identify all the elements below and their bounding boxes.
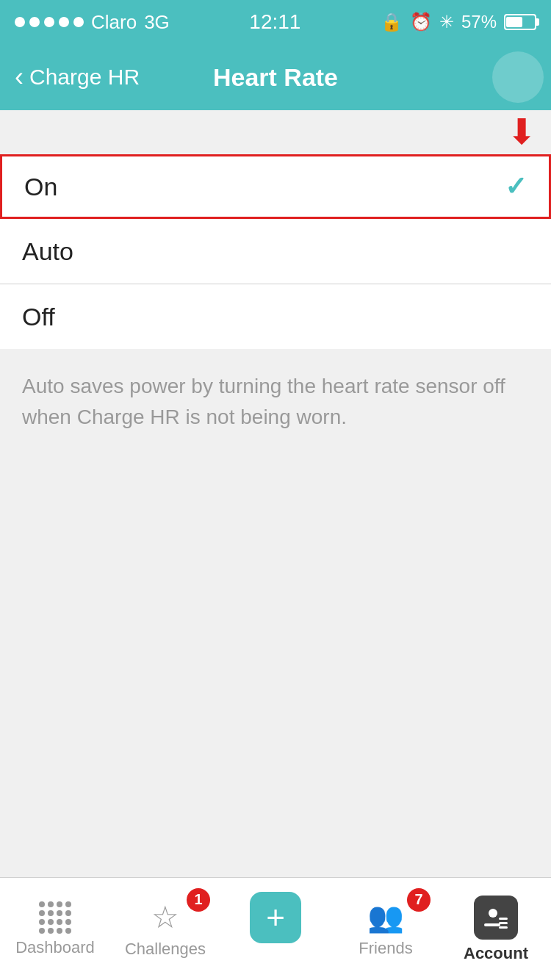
battery-icon bbox=[504, 14, 536, 30]
nav-bar: ‹ Charge HR Heart Rate bbox=[0, 44, 551, 110]
svg-rect-1 bbox=[484, 923, 500, 926]
status-bar: Claro 3G 12:11 🔒 ⏰ ✳ 57% bbox=[0, 0, 551, 44]
option-on[interactable]: On ✓ bbox=[0, 154, 551, 219]
back-chevron-icon: ‹ bbox=[15, 64, 24, 90]
svg-point-0 bbox=[489, 909, 497, 918]
battery-text: 57% bbox=[461, 12, 497, 32]
back-label: Charge HR bbox=[29, 65, 140, 90]
option-on-label: On bbox=[24, 173, 57, 201]
alarm-icon: ⏰ bbox=[410, 12, 432, 32]
account-icon bbox=[474, 896, 518, 940]
svg-rect-3 bbox=[499, 922, 508, 924]
option-off[interactable]: Off bbox=[0, 284, 551, 349]
challenges-icon: ☆ bbox=[151, 899, 179, 935]
friends-badge: 7 bbox=[407, 888, 431, 912]
signal-dots bbox=[15, 17, 84, 27]
status-right: 🔒 ⏰ ✳ 57% bbox=[381, 12, 536, 32]
checkmark-icon: ✓ bbox=[505, 171, 527, 202]
option-off-label: Off bbox=[22, 303, 55, 331]
description-text: Auto saves power by turning the heart ra… bbox=[22, 371, 529, 433]
tab-challenges-label: Challenges bbox=[125, 940, 206, 959]
avatar[interactable] bbox=[492, 51, 544, 103]
time-label: 12:11 bbox=[249, 10, 300, 34]
dashboard-icon bbox=[39, 901, 71, 934]
tab-bar: Dashboard 1 ☆ Challenges + Add 7 👥 Frien… bbox=[0, 877, 551, 980]
tab-challenges[interactable]: 1 ☆ Challenges bbox=[110, 885, 220, 973]
lock-icon: 🔒 bbox=[381, 12, 403, 32]
tab-dashboard[interactable]: Dashboard bbox=[0, 885, 110, 973]
challenges-badge: 1 bbox=[187, 888, 210, 912]
option-auto-label: Auto bbox=[22, 237, 73, 266]
filler bbox=[0, 455, 551, 877]
carrier-label: Claro bbox=[91, 11, 137, 34]
status-left: Claro 3G bbox=[15, 11, 170, 34]
tab-dashboard-label: Dashboard bbox=[15, 938, 95, 957]
tab-friends[interactable]: 7 👥 Friends bbox=[331, 885, 441, 973]
bluetooth-icon: ✳ bbox=[439, 12, 454, 32]
svg-rect-4 bbox=[499, 926, 508, 929]
add-icon: + bbox=[250, 892, 301, 943]
network-label: 3G bbox=[144, 11, 170, 34]
options-list: On ✓ Auto Off bbox=[0, 154, 551, 349]
friends-icon: 👥 bbox=[367, 900, 404, 934]
description-area: Auto saves power by turning the heart ra… bbox=[0, 349, 551, 455]
page-title: Heart Rate bbox=[213, 63, 338, 92]
tab-account[interactable]: Account bbox=[441, 885, 551, 973]
svg-rect-2 bbox=[499, 918, 508, 920]
tab-friends-label: Friends bbox=[359, 939, 412, 958]
download-arrow-container: ⬇ bbox=[0, 110, 551, 154]
back-button[interactable]: ‹ Charge HR bbox=[15, 64, 140, 90]
option-auto[interactable]: Auto bbox=[0, 219, 551, 284]
tab-account-label: Account bbox=[464, 944, 528, 963]
tab-add[interactable]: + Add bbox=[220, 885, 331, 973]
download-arrow-icon: ⬇ bbox=[507, 115, 536, 150]
